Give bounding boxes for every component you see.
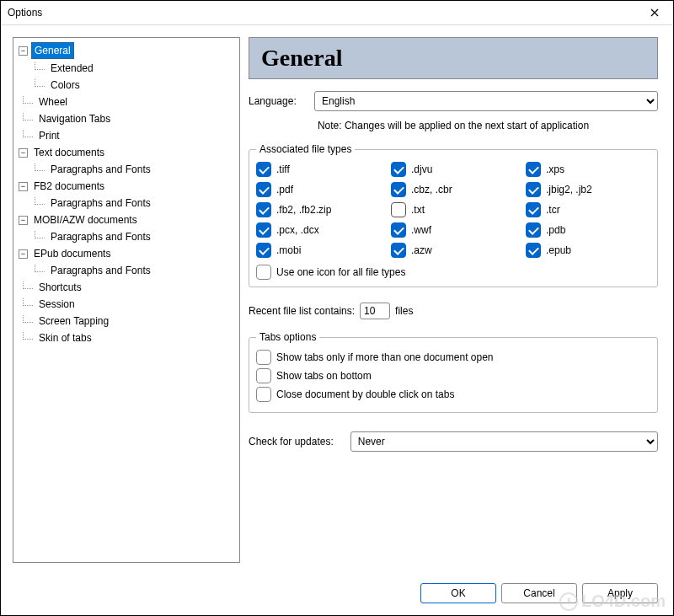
use-one-icon-checkbox[interactable] — [256, 265, 271, 280]
tree-item[interactable]: −EPub documents — [17, 245, 238, 262]
cancel-button[interactable]: Cancel — [501, 583, 577, 603]
filetype-checkbox[interactable] — [391, 222, 406, 238]
tree-item-label[interactable]: Text documents — [31, 145, 107, 160]
tree-item-label[interactable]: MOBI/AZW documents — [31, 212, 140, 228]
tree-item-label[interactable]: Paragraphs and Fonts — [48, 229, 153, 244]
tree-item-label[interactable]: Extended — [48, 61, 96, 76]
tree-item[interactable]: Paragraphs and Fonts — [29, 228, 238, 245]
tree-leader-icon — [35, 197, 45, 205]
tree-item-label[interactable]: General — [31, 42, 74, 59]
filetype-checkbox[interactable] — [391, 243, 406, 258]
tree-item-label[interactable]: Skin of tabs — [36, 330, 94, 345]
filetype-checkbox[interactable] — [526, 222, 541, 238]
tree-item[interactable]: −Text documents — [17, 144, 238, 161]
tree-item[interactable]: Paragraphs and Fonts — [29, 262, 238, 279]
filetype-checkbox[interactable] — [391, 182, 406, 197]
settings-panel: General Language: English Note: Changes … — [249, 37, 661, 563]
filetype-checkbox[interactable] — [391, 202, 406, 217]
filetype-row: .azw — [391, 243, 516, 258]
tree-leader-icon — [23, 315, 33, 323]
titlebar: Options — [1, 1, 673, 25]
page-header: General — [249, 37, 658, 79]
tabs-option-checkbox[interactable] — [256, 350, 271, 365]
tree-item[interactable]: Screen Tapping — [17, 313, 238, 329]
filetype-row: .djvu — [391, 162, 516, 177]
tabs-option-label: Close document by double click on tabs — [276, 388, 454, 400]
tree-item[interactable]: Paragraphs and Fonts — [29, 161, 238, 178]
filetype-checkbox[interactable] — [256, 243, 271, 258]
page-title: General — [261, 45, 645, 72]
tree-collapse-icon[interactable]: − — [19, 182, 28, 191]
tree-item-label[interactable]: FB2 documents — [31, 179, 107, 194]
tree-item-label[interactable]: Session — [36, 297, 78, 312]
tree-item-label[interactable]: Navigation Tabs — [36, 111, 113, 126]
tree-collapse-icon[interactable]: − — [19, 46, 28, 56]
tree-item[interactable]: Print — [17, 127, 238, 144]
tree-item[interactable]: Navigation Tabs — [17, 110, 238, 127]
updates-select[interactable]: Never — [350, 431, 658, 452]
tree-item[interactable]: −FB2 documents — [17, 178, 238, 195]
category-tree[interactable]: −GeneralExtendedColorsWheelNavigation Ta… — [15, 41, 238, 346]
recent-files-input[interactable] — [360, 303, 390, 319]
tree-collapse-icon[interactable]: − — [19, 216, 28, 225]
filetype-checkbox[interactable] — [256, 202, 271, 217]
tree-item-label[interactable]: Screen Tapping — [36, 313, 111, 329]
tree-item[interactable]: −MOBI/AZW documents — [17, 212, 238, 228]
ok-button[interactable]: OK — [420, 583, 496, 603]
filetype-row: .pdf — [256, 182, 381, 197]
close-button[interactable] — [643, 4, 666, 21]
filetype-row: .pdb — [526, 222, 650, 238]
restart-note: Note: Changes will be applied on the nex… — [249, 120, 658, 131]
filetype-checkbox[interactable] — [526, 162, 541, 177]
category-tree-panel: −GeneralExtendedColorsWheelNavigation Ta… — [13, 37, 240, 563]
filetype-checkbox[interactable] — [391, 162, 406, 177]
filetype-checkbox[interactable] — [526, 243, 541, 258]
apply-button[interactable]: Apply — [582, 583, 658, 603]
filetype-row: .jbig2, .jb2 — [526, 182, 650, 197]
recent-files-row: Recent file list contains: files — [249, 303, 658, 319]
filetype-row: .fb2, .fb2.zip — [256, 202, 381, 217]
filetype-checkbox[interactable] — [256, 182, 271, 197]
filetype-row: .mobi — [256, 243, 381, 258]
filetype-label: .tiff — [276, 163, 290, 175]
tree-item[interactable]: −General — [17, 41, 238, 60]
language-select[interactable]: English — [314, 91, 658, 111]
tree-item[interactable]: Session — [17, 296, 238, 313]
tree-item[interactable]: Wheel — [17, 94, 238, 110]
filetype-row: .xps — [526, 162, 650, 177]
filetype-row: .epub — [526, 243, 650, 258]
filetypes-legend: Associated file types — [256, 143, 355, 155]
tree-item[interactable]: Shortcuts — [17, 279, 238, 296]
filetypes-group: Associated file types .tiff.djvu.xps.pdf… — [249, 143, 658, 287]
filetype-checkbox[interactable] — [256, 222, 271, 238]
tree-item[interactable]: Skin of tabs — [17, 329, 238, 346]
filetype-label: .djvu — [411, 163, 432, 175]
tree-leader-icon — [23, 113, 33, 121]
tree-item[interactable]: Extended — [29, 60, 238, 77]
tree-item-label[interactable]: Paragraphs and Fonts — [48, 162, 153, 177]
tree-item[interactable]: Colors — [29, 77, 238, 94]
tabs-option-checkbox[interactable] — [256, 387, 271, 402]
tree-item-label[interactable]: Paragraphs and Fonts — [48, 196, 153, 211]
tabs-option-row: Close document by double click on tabs — [256, 387, 650, 402]
filetype-label: .wwf — [411, 224, 431, 236]
filetype-checkbox[interactable] — [526, 202, 541, 217]
tree-item-label[interactable]: Wheel — [36, 94, 70, 110]
tree-item-label[interactable]: EPub documents — [31, 246, 113, 261]
tree-item-label[interactable]: Shortcuts — [36, 280, 84, 295]
tree-leader-icon — [23, 298, 33, 306]
tree-item-label[interactable]: Paragraphs and Fonts — [48, 263, 153, 278]
filetype-row: .txt — [391, 202, 516, 217]
tree-item-label[interactable]: Print — [36, 128, 62, 143]
tree-item[interactable]: Paragraphs and Fonts — [29, 195, 238, 212]
filetype-checkbox[interactable] — [526, 182, 541, 197]
filetype-row: .tiff — [256, 162, 381, 177]
tree-collapse-icon[interactable]: − — [19, 249, 28, 259]
filetype-label: .txt — [411, 204, 425, 216]
tree-item-label[interactable]: Colors — [48, 78, 83, 93]
tree-collapse-icon[interactable]: − — [19, 148, 28, 158]
filetype-label: .azw — [411, 244, 432, 256]
tabs-option-checkbox[interactable] — [256, 368, 271, 383]
tabs-options-list: Show tabs only if more than one document… — [256, 350, 650, 402]
filetype-checkbox[interactable] — [256, 162, 271, 177]
